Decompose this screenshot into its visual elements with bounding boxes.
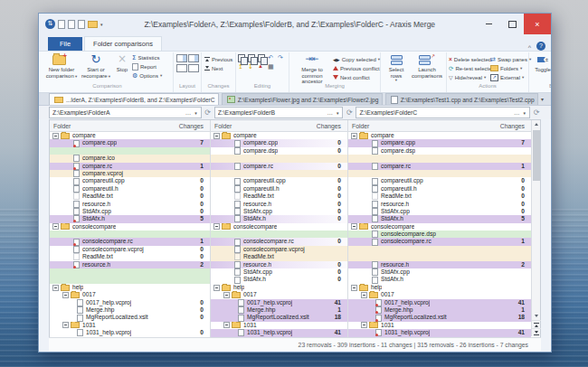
collapse-ribbon-icon[interactable]: ^: [528, 44, 531, 51]
file-row-cell[interactable]: compare.cpp7: [348, 139, 531, 146]
select-rows-button[interactable]: Select rows: [383, 52, 410, 84]
column-header-folder[interactable]: Folder: [348, 123, 369, 129]
expander-icon[interactable]: [213, 285, 220, 291]
file-row-cell[interactable]: consolecompare.rc0: [211, 238, 348, 245]
file-row-cell[interactable]: 1031_help.vcproj0: [50, 329, 211, 336]
table-row[interactable]: 001700170017: [50, 291, 531, 298]
column-header-folder[interactable]: Folder: [50, 123, 71, 129]
options-button[interactable]: ⚙Options: [132, 71, 171, 80]
file-row-cell[interactable]: compareutil.h0: [211, 185, 348, 193]
refresh-icon[interactable]: ⟳: [345, 108, 354, 117]
folder-row-cell[interactable]: consolecompare: [211, 223, 348, 231]
folder-row-cell[interactable]: 1031: [50, 322, 211, 329]
expander-icon[interactable]: [213, 223, 220, 230]
table-row[interactable]: compareutil.h0compareutil.h0compareutil.…: [50, 185, 531, 193]
expander-icon[interactable]: [52, 223, 59, 230]
next-difference-icon[interactable]: [532, 328, 541, 336]
column-header-folder[interactable]: Folder: [211, 123, 232, 129]
open-folder-icon[interactable]: [88, 21, 98, 28]
stop-button[interactable]: × Stop: [112, 52, 132, 74]
retest-selected-button[interactable]: ⟳Re-test selected: [449, 64, 490, 72]
expander-icon[interactable]: [351, 223, 357, 230]
tab-folder-comparisons[interactable]: Folder comparisons: [84, 36, 162, 51]
file-row-cell[interactable]: 1031_help.vcproj41: [348, 329, 531, 336]
file-row-cell[interactable]: compare.dsp: [348, 147, 531, 155]
scroll-up-icon[interactable]: [532, 120, 541, 128]
doc-tab[interactable]: Z:\Examples\Test1.cpp and Z:\Examples\Te…: [385, 93, 538, 105]
file-row-cell[interactable]: resource.h0: [211, 261, 348, 268]
next-change-button[interactable]: Next: [204, 64, 233, 72]
doc-tab[interactable]: Z:\Examples\Flower.jpg and Z:\Examples\F…: [222, 93, 383, 105]
file-row-cell[interactable]: ReadMe.txt0: [211, 193, 348, 200]
close-button[interactable]: ×: [524, 14, 551, 34]
file-row-cell[interactable]: [50, 231, 211, 238]
table-row[interactable]: consolecompare.dsp: [50, 231, 531, 238]
delete-selected-button[interactable]: ×Delete selected: [449, 55, 490, 63]
app-icon[interactable]: ⇅: [45, 19, 55, 29]
redo-icon[interactable]: ↷: [278, 54, 287, 62]
file-row-cell[interactable]: resource.h2: [348, 261, 531, 268]
file-row-cell[interactable]: resource.h2: [50, 261, 211, 268]
expander-icon[interactable]: [351, 133, 357, 139]
folder-row-cell[interactable]: help: [50, 284, 211, 291]
file-row-cell[interactable]: consolecompare.dsp: [348, 231, 531, 238]
file-row-cell[interactable]: StdAfx.cpp0: [348, 208, 531, 215]
file-row-cell[interactable]: ReadMe.txt0: [348, 193, 531, 200]
swap-panes-button[interactable]: ⇄Swap panes: [490, 55, 526, 63]
file-row-cell[interactable]: StdAfx.cpp0: [211, 268, 348, 276]
expander-icon[interactable]: [62, 292, 69, 298]
statistics-button[interactable]: ΣStatistics: [132, 53, 171, 61]
layout-horizontal-icon[interactable]: [176, 64, 187, 72]
expander-icon[interactable]: [361, 292, 367, 298]
file-row-cell[interactable]: StdAfx.cpp0: [50, 208, 211, 215]
file-row-cell[interactable]: consolecompare.rc1: [348, 238, 531, 245]
previous-conflict-button[interactable]: Previous conflict: [333, 64, 378, 72]
edit-grid-icon[interactable]: ▦: [268, 63, 277, 71]
table-row[interactable]: compare.rc1compare.rc0compare.rc1: [50, 163, 531, 170]
expander-icon[interactable]: [62, 322, 69, 328]
table-row[interactable]: 0017_help.vcproj00017_help.vcproj410017_…: [50, 299, 531, 306]
external-button[interactable]: ↗External: [490, 73, 526, 81]
folder-row-cell[interactable]: 1031: [348, 322, 531, 329]
path-history-dropdown-icon[interactable]: ▾: [522, 110, 528, 116]
table-row[interactable]: 1031_help.vcproj01031_help.vcproj411031_…: [50, 329, 531, 336]
file-row-cell[interactable]: [211, 231, 348, 238]
table-row[interactable]: StdAfx.cpp0StdAfx.cpp: [50, 268, 531, 276]
file-row-cell[interactable]: compareutil.cpp0: [348, 177, 531, 184]
vertical-scrollbar[interactable]: [531, 120, 540, 336]
table-row[interactable]: compareutil.cpp0compareutil.cpp0compareu…: [50, 177, 531, 184]
column-header-changes[interactable]: Changes: [500, 123, 531, 129]
folders-button[interactable]: Folders: [490, 64, 526, 72]
column-header-changes[interactable]: Changes: [179, 123, 210, 129]
table-row[interactable]: compare.ico: [50, 155, 531, 162]
file-row-cell[interactable]: compareutil.cpp0: [211, 177, 348, 184]
browse-icon[interactable]: …: [325, 109, 335, 116]
copy-right-icon[interactable]: [248, 54, 255, 62]
file-row-cell[interactable]: [348, 170, 531, 177]
doc-tab[interactable]: ...lderA, Z:\Examples\FolderB, and Z:\Ex…: [49, 93, 219, 105]
browse-icon[interactable]: …: [184, 109, 194, 116]
layout-three-pane-icon[interactable]: [188, 54, 199, 62]
file-row-cell[interactable]: MgReportLocalized.xslt18: [211, 314, 348, 321]
file-row-cell[interactable]: 0017_help.vcproj41: [211, 299, 348, 306]
tab-list-dropdown-icon[interactable]: ▾: [541, 96, 544, 102]
minimize-button[interactable]: [477, 14, 500, 34]
file-row-cell[interactable]: ReadMe.txt0: [50, 253, 211, 260]
table-row[interactable]: compare.vcproj: [50, 170, 531, 177]
folder-row-cell[interactable]: consolecompare: [50, 223, 211, 231]
refresh-icon[interactable]: ⟳: [204, 108, 213, 117]
start-or-recompare-button[interactable]: ↻ Start or recompare: [80, 52, 112, 80]
folder-row-cell[interactable]: 0017: [211, 291, 348, 298]
file-row-cell[interactable]: resource.h0: [50, 201, 211, 208]
folder-row-cell[interactable]: help: [211, 284, 348, 291]
table-row[interactable]: MgReportLocalized.xslt0MgReportLocalized…: [50, 314, 531, 321]
expander-icon[interactable]: [351, 285, 357, 291]
new-folder-comparison-button[interactable]: + New folder comparison: [43, 52, 80, 80]
copy-both-icon[interactable]: [258, 54, 265, 62]
table-row[interactable]: ReadMe.txt0ReadMe.txt0ReadMe.txt0: [50, 193, 531, 200]
document-icon[interactable]: [78, 20, 85, 29]
new-document-icon[interactable]: [58, 20, 65, 29]
folder-path-input[interactable]: Z:\Examples\FolderA…▾: [49, 107, 202, 118]
folder-path-input[interactable]: Z:\Examples\FolderB…▾: [214, 107, 344, 118]
merge-to-common-ancestor-button[interactable]: ⇥⇤ Merge to common ancestor: [291, 52, 333, 86]
